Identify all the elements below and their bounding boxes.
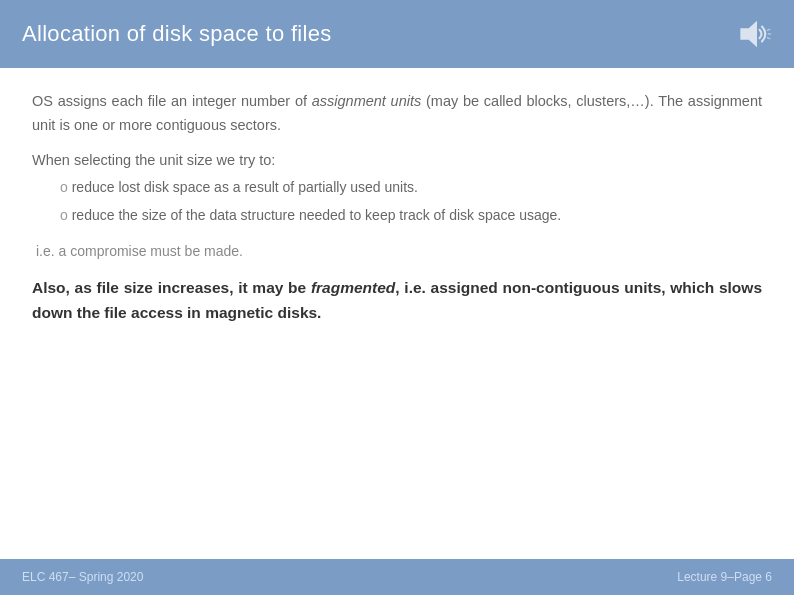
svg-line-3 [767, 37, 770, 39]
svg-line-1 [767, 29, 770, 31]
footer-left: ELC 467– Spring 2020 [22, 570, 143, 584]
slide-header: Allocation of disk space to files [0, 0, 794, 68]
para-3: Also, as file size increases, it may be … [32, 275, 762, 326]
footer-right: Lecture 9–Page 6 [677, 570, 772, 584]
slide-title: Allocation of disk space to files [22, 21, 332, 47]
para-2-intro: When selecting the unit size we try to: [32, 152, 762, 168]
bullet-2: reduce the size of the data structure ne… [60, 204, 762, 226]
svg-marker-0 [740, 21, 757, 48]
ie-line: i.e. a compromise must be made. [36, 243, 762, 259]
slide-content: OS assigns each file an integer number o… [0, 68, 794, 559]
bullet-1: reduce lost disk space as a result of pa… [60, 176, 762, 198]
speaker-icon [732, 14, 772, 54]
para-1: OS assigns each file an integer number o… [32, 90, 762, 138]
slide: Allocation of disk space to files OS ass… [0, 0, 794, 595]
bullet-group: reduce lost disk space as a result of pa… [32, 176, 762, 233]
slide-footer: ELC 467– Spring 2020 Lecture 9–Page 6 [0, 559, 794, 595]
